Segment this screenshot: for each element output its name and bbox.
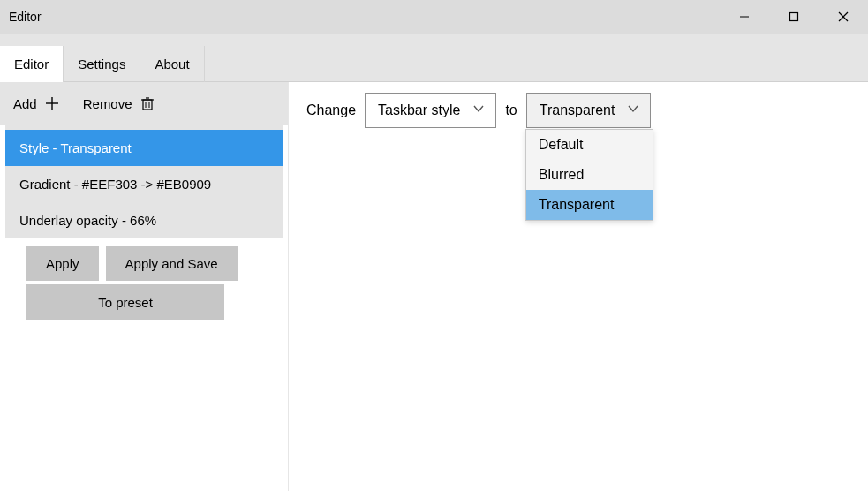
tab-settings[interactable]: Settings [64,46,140,82]
maximize-button[interactable] [769,0,819,34]
change-label: Change [306,102,356,118]
window-controls [720,0,868,34]
remove-label: Remove [83,96,132,111]
value-dropdown: Default Blurred Transparent [525,129,653,221]
editor-panel: Change Taskbar style to Transparent Defa… [289,82,868,491]
minimize-button[interactable] [720,0,769,34]
sidebar-actions: Add Remove [0,82,288,125]
rules-list: Style - Transparent Gradient - #EEF303 -… [5,125,283,238]
chevron-down-icon [627,102,639,118]
apply-save-button[interactable]: Apply and Save [106,246,238,281]
plus-icon [44,95,60,111]
add-button[interactable]: Add [13,95,60,111]
remove-button[interactable]: Remove [83,95,155,111]
maximize-icon [789,11,799,22]
close-button[interactable] [819,0,868,34]
dropdown-item-transparent[interactable]: Transparent [526,190,653,220]
title-bar: Editor [0,0,868,34]
rule-item[interactable]: Style - Transparent [5,130,283,166]
apply-row: Apply Apply and Save [26,246,288,281]
add-label: Add [13,96,37,111]
property-combo[interactable]: Taskbar style [365,93,496,128]
tab-strip: Editor Settings About [0,34,868,82]
close-icon [838,11,849,22]
window-title: Editor [9,10,42,24]
change-row: Change Taskbar style to Transparent Defa… [306,93,850,128]
content: Add Remove Style - Transparent Gradient … [0,82,868,491]
svg-rect-1 [790,13,798,21]
value-combo[interactable]: Transparent Default Blurred Transparent [526,93,652,128]
rule-item[interactable]: Underlay opacity - 66% [5,202,283,238]
tab-editor[interactable]: Editor [0,46,64,82]
dropdown-item-blurred[interactable]: Blurred [526,160,653,190]
to-label: to [505,102,517,118]
property-combo-value: Taskbar style [378,102,460,118]
dropdown-item-default[interactable]: Default [526,130,653,160]
tab-about[interactable]: About [140,46,204,82]
apply-button[interactable]: Apply [26,246,99,281]
trash-icon [140,95,155,111]
to-preset-row: To preset [26,284,288,320]
sidebar: Add Remove Style - Transparent Gradient … [0,82,289,491]
minimize-icon [739,11,750,22]
chevron-down-icon [472,102,485,118]
svg-rect-6 [143,100,152,110]
to-preset-button[interactable]: To preset [26,284,224,320]
rule-item[interactable]: Gradient - #EEF303 -> #EB0909 [5,166,283,202]
value-combo-value: Transparent [540,102,615,118]
